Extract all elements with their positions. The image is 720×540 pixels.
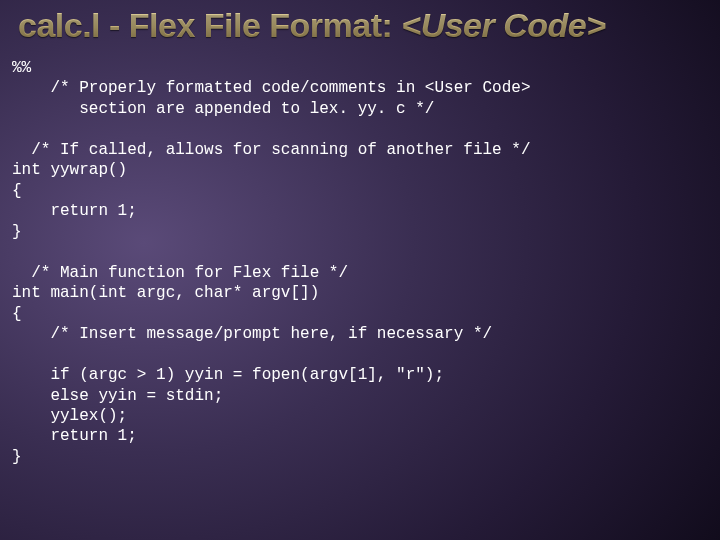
slide-title: calc.l - Flex File Format: <User Code>	[18, 6, 606, 45]
title-emphasis: <User Code>	[401, 6, 605, 44]
title-prefix: calc.l - Flex File Format:	[18, 6, 401, 44]
code-block: %% /* Properly formatted code/comments i…	[12, 58, 712, 467]
